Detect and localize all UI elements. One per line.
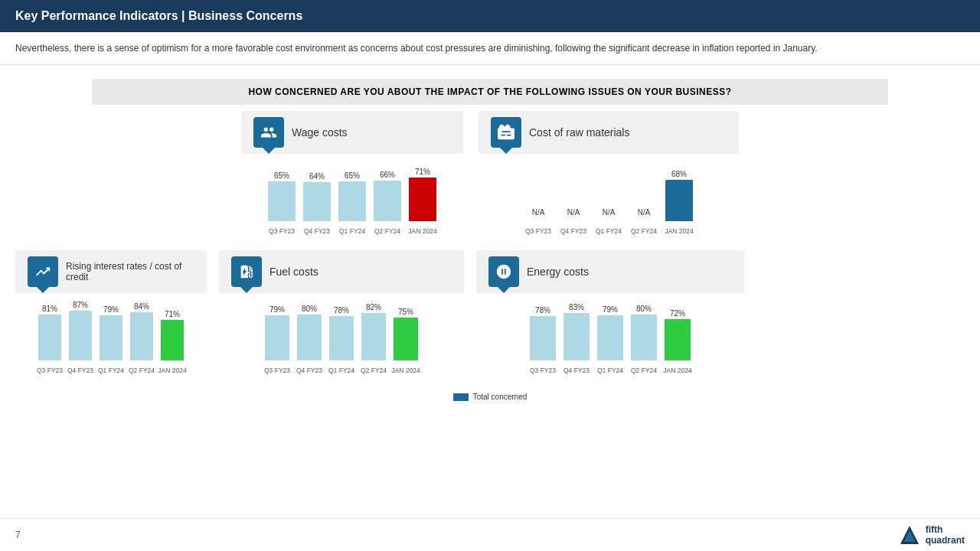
raw-bar-3: N/A Q1 FY24 bbox=[595, 208, 622, 221]
wage-bar-1: 65% Q3 FY23 bbox=[268, 171, 296, 221]
wage-bar-4: 66% Q2 FY24 bbox=[374, 171, 401, 221]
legend: Total concerned bbox=[15, 393, 965, 401]
fuel-bar-5: 75% JAN 2024 bbox=[394, 308, 418, 360]
wage-section: Wage costs 65% Q3 FY23 64% Q4 FY23 65% bbox=[241, 111, 463, 238]
energy-bar-4: 80% Q2 FY24 bbox=[631, 305, 657, 360]
wage-icon bbox=[253, 117, 284, 148]
wage-title: Wage costs bbox=[292, 126, 348, 139]
wage-bar-5: 71% JAN 2024 bbox=[409, 168, 436, 221]
header: Key Performance Indicators | Business Co… bbox=[0, 0, 980, 32]
wage-bar-2: 64% Q4 FY23 bbox=[303, 172, 331, 221]
page-number: 7 bbox=[15, 530, 21, 540]
fuel-bar-2: 80% Q4 FY23 bbox=[297, 305, 322, 360]
interest-bar-1: 81% Q3 FY23 bbox=[38, 305, 61, 360]
raw-section: Cost of raw materials N/A Q3 FY23 N/A Q4… bbox=[479, 111, 739, 238]
raw-bar-5: 68% JAN 2024 bbox=[665, 170, 693, 221]
subtitle: Nevertheless, there is a sense of optimi… bbox=[0, 32, 980, 65]
header-title: Key Performance Indicators | Business Co… bbox=[15, 9, 302, 22]
logo: fifth quadrant bbox=[898, 523, 965, 546]
interest-title: Rising interest rates / cost of credit bbox=[66, 261, 194, 282]
interest-bar-2: 87% Q4 FY23 bbox=[69, 301, 92, 360]
interest-section: Rising interest rates / cost of credit 8… bbox=[15, 250, 207, 377]
logo-icon bbox=[898, 523, 921, 546]
energy-bar-3: 79% Q1 FY24 bbox=[597, 305, 623, 360]
legend-label: Total concerned bbox=[473, 393, 528, 401]
raw-bar-4: N/A Q2 FY24 bbox=[630, 208, 658, 221]
energy-section: Energy costs 78% Q3 FY23 83% Q4 FY23 79%… bbox=[476, 250, 744, 377]
raw-title: Cost of raw materials bbox=[529, 126, 629, 139]
interest-bar-3: 79% Q1 FY24 bbox=[100, 305, 122, 360]
wage-bar-3: 65% Q1 FY24 bbox=[338, 171, 366, 221]
energy-title: Energy costs bbox=[527, 266, 589, 278]
question-banner: HOW CONCERNED ARE YOU ABOUT THE IMPACT O… bbox=[92, 79, 888, 105]
energy-bar-1: 78% Q3 FY23 bbox=[530, 306, 556, 360]
energy-bar-5: 72% JAN 2024 bbox=[665, 309, 691, 360]
interest-bar-5: 71% JAN 2024 bbox=[161, 310, 184, 360]
fuel-bar-4: 82% Q2 FY24 bbox=[361, 303, 386, 360]
raw-icon bbox=[491, 117, 521, 148]
fuel-icon bbox=[231, 256, 262, 287]
energy-bar-2: 83% Q4 FY23 bbox=[564, 303, 590, 360]
fuel-title: Fuel costs bbox=[270, 266, 318, 278]
raw-bar-2: N/A Q4 FY23 bbox=[560, 208, 587, 221]
energy-icon bbox=[488, 256, 519, 287]
interest-icon bbox=[28, 256, 58, 287]
fuel-section: Fuel costs 79% Q3 FY23 80% Q4 FY23 78% Q… bbox=[219, 250, 464, 377]
fuel-bar-1: 79% Q3 FY23 bbox=[265, 305, 289, 360]
interest-bar-4: 84% Q2 FY24 bbox=[130, 302, 153, 360]
legend-box bbox=[453, 393, 469, 401]
fuel-bar-3: 78% Q1 FY24 bbox=[329, 306, 354, 360]
raw-bar-1: N/A Q3 FY23 bbox=[524, 208, 552, 221]
